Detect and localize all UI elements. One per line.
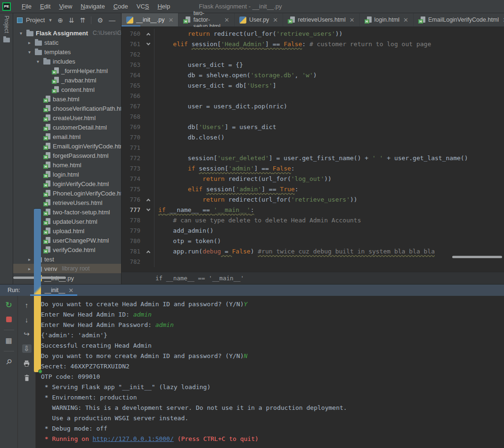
code-line[interactable]: 768 [122, 112, 504, 122]
close-icon[interactable]: ✕ [68, 287, 73, 294]
editor-tab-two-factor-setup-html[interactable]: two-factor-setup.html✕ [179, 13, 235, 26]
code-line[interactable]: 766 [122, 91, 504, 101]
tree-item-home-html[interactable]: home.html [13, 160, 121, 170]
fold-marker-icon[interactable] [146, 41, 150, 45]
tree-item-verifycode-html[interactable]: verifyCode.html [13, 245, 121, 254]
fold-marker-icon[interactable] [146, 207, 150, 211]
code-editor[interactable]: 760 return redirect(url_for('retrieve_us… [122, 27, 504, 272]
up-stack-trace-button[interactable]: ↑ [22, 301, 32, 309]
chevron-collapsed-icon[interactable]: ▸ [26, 257, 33, 262]
chevron-expanded-icon[interactable]: ▾ [18, 31, 24, 36]
fold-marker-icon[interactable] [146, 33, 150, 37]
tree-item-content-html[interactable]: content.html [13, 85, 121, 94]
tree-item-two-factor-setup-html[interactable]: two-factor-setup.html [13, 207, 121, 217]
menu-edit[interactable]: Edit [36, 3, 55, 10]
project-view-selector[interactable]: Project [26, 16, 45, 24]
code-line[interactable]: 773 if session['admin'] == False: [122, 163, 504, 174]
tree-item-email-html[interactable]: email.html [13, 132, 121, 141]
tree-item-venv[interactable]: ▸venvlibrary root [13, 264, 121, 273]
chevron-expanded-icon[interactable]: ▾ [35, 59, 41, 64]
close-icon[interactable]: ✕ [224, 16, 229, 24]
tree-item-test[interactable]: ▸test [13, 254, 121, 264]
code-line[interactable]: 772 session['user_deleted'] = user.get_f… [122, 153, 504, 163]
run-console-tab[interactable]: __init__ ✕ [30, 285, 77, 296]
pin-tab-button[interactable]: ⚲ [2, 356, 15, 368]
chevron-collapsed-icon[interactable]: ▸ [26, 40, 33, 45]
editor-tab-login-html[interactable]: login.html✕ [360, 13, 414, 26]
tree-item-createuser-html[interactable]: createUser.html [13, 113, 121, 122]
code-line[interactable]: 765 users_dict = db['Users'] [122, 81, 504, 91]
tree-item-emailloginverifycode-html[interactable]: EmailLoginVerifyCode.html [13, 141, 121, 151]
down-stack-trace-button[interactable]: ↓ [22, 315, 32, 324]
hide-panel-button[interactable]: — [109, 16, 115, 24]
fold-gutter[interactable] [143, 205, 154, 215]
editor-tab-emailloginverifycode-html[interactable]: EmailLoginVerifyCode.html✕ [414, 13, 504, 26]
code-line[interactable]: 781 app.run(debug = False) #run twice cu… [122, 246, 504, 257]
code-line[interactable]: 778 # can use type delete to delete Head… [122, 215, 504, 226]
menu-navigate[interactable]: Navigate [76, 3, 109, 10]
collapse-all-button[interactable]: ⇈ [80, 16, 86, 24]
fold-gutter[interactable] [143, 39, 154, 49]
menu-view[interactable]: View [55, 3, 76, 10]
close-icon[interactable]: ✕ [403, 16, 408, 24]
tree-item-templates[interactable]: ▾templates [13, 47, 121, 57]
print-button[interactable] [22, 359, 32, 367]
chevron-collapsed-icon[interactable]: ▸ [26, 266, 33, 271]
menu-help[interactable]: Help [153, 3, 174, 10]
code-line[interactable]: 761 elif session['Head_Admin'] == False:… [122, 39, 504, 49]
clear-console-button[interactable] [22, 374, 32, 382]
chevron-down-icon[interactable]: ▼ [48, 18, 52, 23]
code-line[interactable]: 760 return redirect(url_for('retrieve_us… [122, 29, 504, 39]
soft-wrap-button[interactable]: ↪ [22, 330, 32, 338]
fold-marker-icon[interactable] [146, 199, 150, 203]
project-stripe-button[interactable]: Project [3, 16, 10, 33]
code-line[interactable]: 763 users_dict = {} [122, 60, 504, 70]
settings-gear-button[interactable]: ⚙ [97, 16, 103, 24]
menu-vcs[interactable]: VCS [132, 3, 154, 10]
code-line[interactable]: 776 return redirect(url_for('retrieve_us… [122, 195, 504, 205]
code-line[interactable]: 769 db['Users'] = users_dict [122, 122, 504, 132]
menu-code[interactable]: Code [109, 3, 132, 10]
tree-item-loginverifycode-html[interactable]: loginVerifyCode.html [13, 179, 121, 188]
code-line[interactable]: 779 add_admin() [122, 226, 504, 236]
code-line[interactable]: 771 [122, 143, 504, 153]
scroll-to-end-button[interactable]: ⇩ [22, 344, 32, 353]
tree-item-login-html[interactable]: login.html [13, 170, 121, 179]
close-icon[interactable]: ✕ [168, 16, 173, 24]
rerun-button[interactable]: ↻ [4, 301, 14, 309]
tree-item-retrieveusers-html[interactable]: retrieveUsers.html [13, 198, 121, 207]
tree-item-customerdetail-html[interactable]: customerDetail.html [13, 122, 121, 132]
code-line[interactable]: 775 elif session['admin'] == True: [122, 184, 504, 195]
menu-file[interactable]: File [17, 3, 36, 10]
tree-item-forgetpassword-html[interactable]: forgetPassword.html [13, 151, 121, 160]
code-line[interactable]: 770 db.close() [122, 132, 504, 143]
tree-item-flask-assignment[interactable]: ▾Flask AssignmentC:\Users\Gaming- [13, 28, 121, 38]
code-line[interactable]: 774 return redirect(url_for('log_out')) [122, 174, 504, 184]
editor-horizontal-scrollbar[interactable] [452, 256, 502, 258]
tree-item-navbar-html[interactable]: _navbar.html [13, 75, 121, 85]
editor-tab-user-py[interactable]: User.py✕ [235, 13, 283, 26]
tree-item-chooseverificationpath-html[interactable]: chooseVerificationPath.html [13, 104, 121, 113]
code-line[interactable]: 764 db = shelve.open('storage.db', 'w') [122, 70, 504, 81]
fold-gutter[interactable] [143, 195, 154, 205]
tree-item-phoneloginverifycode-html[interactable]: PhoneLoginVerifyCode.html [13, 188, 121, 198]
stop-button[interactable] [4, 315, 14, 324]
tree-item-userchangepw-html[interactable]: userChangePW.html [13, 236, 121, 245]
tree-item-includes[interactable]: ▾includes [13, 57, 121, 66]
fold-gutter[interactable] [143, 29, 154, 39]
editor-tab-init-py[interactable]: __init__.py✕ [122, 13, 179, 26]
fold-gutter[interactable] [143, 246, 154, 257]
tree-item-upload-html[interactable]: upload.html [13, 226, 121, 236]
run-console-output[interactable]: Do you want to create Head Admin ID and … [36, 296, 504, 448]
tree-item-static[interactable]: ▸static [13, 38, 121, 47]
editor-tab-retrieveusers-html[interactable]: retrieveUsers.html✕ [283, 13, 359, 26]
code-line[interactable]: 767 user = users_dict.pop(nric) [122, 101, 504, 112]
fold-marker-icon[interactable] [146, 251, 150, 254]
editor-breadcrumb[interactable]: if __name__ == '__main__' [122, 272, 504, 284]
code-line[interactable]: 762 [122, 49, 504, 60]
code-line[interactable]: 780 otp = token() [122, 236, 504, 246]
chevron-expanded-icon[interactable]: ▾ [26, 49, 33, 55]
close-icon[interactable]: ✕ [273, 16, 278, 24]
restore-layout-button[interactable]: ▦ [4, 336, 14, 345]
tree-item-formhelper-html[interactable]: _formHelper.html [13, 66, 121, 75]
